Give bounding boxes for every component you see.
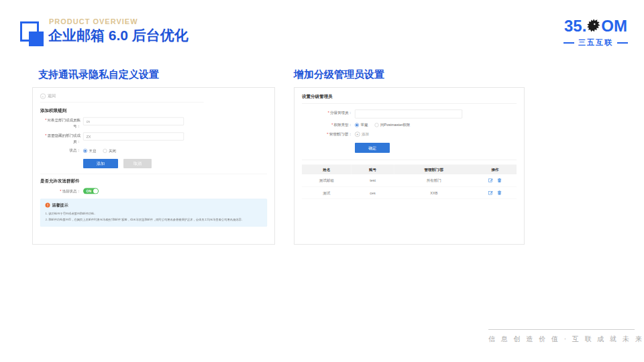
set-admin-title: 设置分级管理员 bbox=[302, 93, 517, 104]
brand-dash-left bbox=[564, 42, 574, 44]
radio-unselected-icon bbox=[103, 149, 107, 153]
notice-box: ! 温馨提示 1. 该功能用于启用或者禁用群邮件功能。 2. 群邮件功能禁用后，… bbox=[40, 198, 267, 226]
table-row: 测试 ces XXB bbox=[302, 186, 517, 199]
target-field-label: *对象是部门或成员账号： bbox=[40, 117, 83, 129]
status-radio-off[interactable]: 关闭 bbox=[103, 148, 117, 154]
dragon-icon bbox=[585, 17, 602, 35]
confirm-button[interactable]: 确定 bbox=[355, 143, 390, 153]
edit-icon[interactable] bbox=[488, 190, 493, 195]
cell-name: 测试 bbox=[302, 186, 352, 199]
radio-unselected-icon bbox=[375, 123, 379, 127]
required-mark: * bbox=[328, 111, 329, 115]
dept-group-label: *管理部门/群： bbox=[302, 131, 355, 137]
perm-type-label: *权限类型： bbox=[302, 122, 355, 128]
back-icon: ← bbox=[40, 93, 46, 99]
status-label: 状态： bbox=[40, 147, 83, 154]
required-mark: * bbox=[327, 131, 328, 135]
cell-account: test bbox=[352, 174, 394, 186]
add-icon: + bbox=[355, 131, 360, 137]
hidden-field-label: *需要隐藏的部门或成员： bbox=[40, 133, 83, 145]
admin-table: 姓名 账号 管理部门/群 操作 测试邮箱 test 所有部门 bbox=[302, 165, 517, 200]
left-section-title: 支持通讯录隐私自定义设置 bbox=[38, 68, 159, 81]
divider bbox=[302, 160, 517, 160]
cell-account: ces bbox=[352, 186, 394, 199]
group-mail-section: 是否允许发送群邮件 *当前状态： ON ! 温馨提示 1. 该功能用于启用或者禁… bbox=[40, 174, 267, 227]
delete-icon[interactable] bbox=[497, 190, 502, 195]
cell-name: 测试邮箱 bbox=[302, 174, 352, 186]
col-header-account: 账号 bbox=[352, 165, 394, 175]
brand-text-post: OM bbox=[601, 17, 627, 35]
footer-slogan: 信 息 创 造 价 值 · 互 联 成 就 未 来 bbox=[488, 329, 635, 344]
brand-logo: 35. OM 三五互联 bbox=[555, 17, 636, 48]
required-mark: * bbox=[45, 118, 46, 122]
hidden-field-row: *需要隐藏的部门或成员： bbox=[40, 133, 267, 145]
radio-selected-icon bbox=[83, 149, 87, 153]
add-button[interactable]: 添加 bbox=[83, 159, 118, 168]
required-mark: * bbox=[60, 188, 61, 192]
current-status-row: *当前状态： ON bbox=[40, 188, 267, 194]
back-link[interactable]: ← 返回 bbox=[40, 93, 203, 103]
perm-radio-normal[interactable]: 常规 bbox=[355, 123, 368, 128]
col-header-ops: 操作 bbox=[474, 165, 517, 175]
target-field-row: *对象是部门或成员账号： bbox=[40, 117, 267, 129]
table-row: 测试邮箱 test 所有部门 bbox=[302, 174, 517, 186]
brand-subtitle: 三五互联 bbox=[578, 38, 613, 48]
target-field-input[interactable] bbox=[83, 117, 184, 125]
page-title: 企业邮箱 6.0 后台优化 bbox=[48, 26, 189, 45]
cancel-button[interactable]: 取消 bbox=[123, 159, 152, 168]
warning-icon: ! bbox=[46, 203, 50, 208]
admin-field-row: *分级管理员： bbox=[302, 110, 517, 119]
slide-logo-mark bbox=[20, 21, 47, 50]
group-mail-toggle[interactable]: ON bbox=[83, 188, 99, 194]
edit-icon[interactable] bbox=[488, 178, 493, 183]
privacy-settings-panel: ← 返回 添加权限规则 *对象是部门或成员账号： *需要隐藏的部门或成员： 状态… bbox=[32, 87, 275, 245]
admin-field-label: *分级管理员： bbox=[302, 110, 355, 116]
brand-dash-right bbox=[617, 42, 628, 44]
hidden-field-input[interactable] bbox=[83, 133, 184, 141]
add-dept-link[interactable]: + 添加 bbox=[355, 131, 369, 137]
add-rule-title: 添加权限规则 bbox=[40, 107, 267, 113]
cell-dept: XXB bbox=[394, 186, 474, 199]
back-label: 返回 bbox=[48, 93, 56, 99]
current-status-label: *当前状态： bbox=[40, 188, 83, 194]
group-mail-title: 是否允许发送群邮件 bbox=[40, 178, 267, 184]
dept-group-row: *管理部门/群： + 添加 bbox=[302, 131, 517, 137]
col-header-dept: 管理部门/群 bbox=[394, 165, 474, 175]
brand-text-pre: 35. bbox=[564, 17, 586, 35]
delete-icon[interactable] bbox=[497, 178, 502, 183]
required-mark: * bbox=[331, 123, 333, 127]
perm-radio-postmaster[interactable]: 同Postmaster权限 bbox=[375, 123, 411, 128]
required-mark: * bbox=[45, 133, 46, 137]
status-row: 状态： 开启 关闭 bbox=[40, 147, 267, 154]
cell-dept: 所有部门 bbox=[394, 174, 474, 186]
eyebrow-text: PRODUCT OVERVIEW bbox=[49, 17, 138, 25]
admin-field-input[interactable] bbox=[355, 110, 462, 119]
right-section-title: 增加分级管理员设置 bbox=[294, 68, 384, 81]
status-radio-on[interactable]: 开启 bbox=[83, 148, 97, 154]
col-header-name: 姓名 bbox=[302, 165, 352, 175]
radio-selected-icon bbox=[355, 123, 359, 127]
admin-settings-panel: 设置分级管理员 *分级管理员： *权限类型： 常规 同Postmaster权限 bbox=[294, 87, 525, 245]
notice-line: 2. 群邮件功能禁用后，在网页上发邮件时将无法看到“群邮件”标签，也无法发送群邮… bbox=[46, 217, 262, 223]
notice-title: 温馨提示 bbox=[52, 202, 68, 208]
notice-line: 1. 该功能用于启用或者禁用群邮件功能。 bbox=[46, 210, 262, 217]
logo-filled-square bbox=[29, 32, 44, 46]
perm-type-row: *权限类型： 常规 同Postmaster权限 bbox=[302, 122, 517, 128]
